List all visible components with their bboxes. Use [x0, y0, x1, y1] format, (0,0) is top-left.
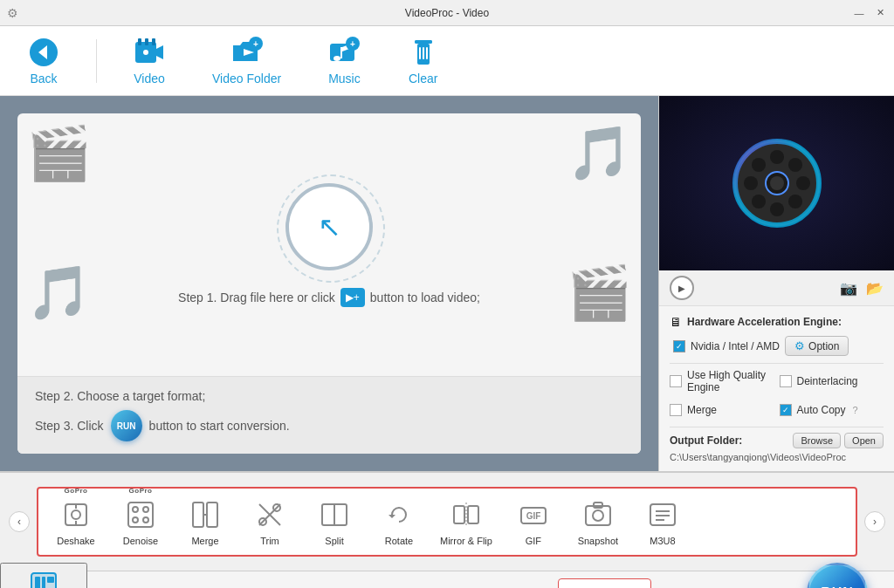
minimize-button[interactable]: —	[852, 6, 866, 20]
toolbox-label-gif: GIF	[526, 536, 541, 546]
svg-point-28	[770, 202, 784, 216]
music-button[interactable]: + Music	[318, 30, 371, 92]
auto-copy-row: ✓ Auto Copy ?	[780, 404, 884, 416]
toolbox-icon-m3u8	[645, 497, 680, 532]
output-folder-label: Output Folder:	[670, 434, 742, 447]
svg-point-32	[788, 195, 802, 209]
title-bar: ⚙ VideoProc - Video — ✕	[0, 0, 894, 26]
browse-button[interactable]: Browse	[793, 433, 841, 448]
toolbar: Back Video + Video Folder	[0, 26, 894, 96]
video-folder-label: Video Folder	[212, 72, 281, 85]
open-folder-icon[interactable]: 📂	[866, 280, 884, 297]
divider-2	[670, 427, 884, 427]
deinterlacing-label: Deinterlacing	[797, 375, 858, 387]
svg-text:+: +	[253, 39, 258, 49]
svg-rect-57	[468, 506, 478, 523]
svg-point-30	[796, 176, 810, 190]
toolbox-item-m3u8[interactable]: M3U8	[632, 494, 693, 550]
merge-checkbox[interactable]	[670, 404, 682, 416]
upload-arrow-icon: ↖	[318, 210, 341, 243]
video-button[interactable]: Video	[123, 30, 175, 92]
nvidia-checkbox[interactable]: ✓	[673, 340, 685, 352]
back-button[interactable]: Back	[17, 30, 70, 92]
svg-point-62	[593, 510, 603, 521]
camera-icon[interactable]: 📷	[840, 280, 857, 297]
play-button[interactable]: ▶	[670, 276, 694, 300]
svg-rect-70	[35, 577, 40, 588]
auto-copy-checkbox[interactable]: ✓	[780, 404, 792, 416]
svg-point-43	[143, 507, 148, 512]
open-button[interactable]: Open	[844, 433, 884, 448]
bottom-tabs: PopularVideoDeviceMusicToolbox	[87, 578, 781, 588]
right-panel: ▶ 📷 📂 🖥 Hardware Acceleration Engine: ✓ …	[658, 96, 894, 471]
toolbox-item-merge[interactable]: Merge	[175, 494, 236, 550]
clear-icon	[408, 37, 439, 68]
drop-zone-inner: 🎬 🎵 🎵 🎬 ↖ Step 1. Drag file here or clic…	[17, 113, 641, 454]
hw-accel-label: Hardware Acceleration Engine:	[687, 316, 842, 328]
toolbox-icon-merge	[188, 497, 223, 532]
film-decor-br: 🎬	[567, 262, 632, 324]
drop-circle[interactable]: ↖	[285, 183, 373, 270]
clear-label: Clear	[409, 72, 437, 85]
toolbox-label-mirror-flip: Mirror & Flip	[440, 536, 492, 546]
back-label: Back	[30, 72, 57, 85]
help-icon[interactable]: ?	[853, 405, 858, 415]
tab-popular[interactable]: Popular	[217, 579, 308, 588]
merge-row: Merge	[670, 404, 774, 416]
toolbox-item-denoise[interactable]: GoPro Denoise	[110, 494, 171, 550]
divider-1	[670, 363, 884, 364]
tab-toolbox[interactable]: Toolbox	[558, 578, 651, 588]
toolbox-item-mirror-flip[interactable]: Mirror & Flip	[433, 494, 499, 550]
film-decor-tr: 🎵	[567, 122, 632, 184]
toolbox-label-m3u8: M3U8	[650, 536, 675, 546]
tab-device[interactable]: Device	[389, 579, 477, 588]
svg-rect-20	[423, 47, 424, 59]
toolbox-icon-split	[317, 497, 352, 532]
toolbox-icon-denoise: GoPro	[123, 497, 158, 532]
back-icon	[28, 37, 59, 68]
toolbox-item-rotate[interactable]: Rotate	[368, 494, 430, 550]
scroll-right-button[interactable]: ›	[864, 511, 885, 532]
toolbox-icon-rotate	[382, 497, 416, 532]
step2-text: Step 2. Choose a target format;	[35, 389, 623, 403]
video-add-icon: ▶+	[340, 288, 365, 307]
toolbox-item-trim[interactable]: Trim	[239, 494, 300, 550]
high-quality-checkbox[interactable]	[670, 375, 682, 387]
toolbox-item-snapshot[interactable]: Snapshot	[567, 494, 629, 550]
option-button[interactable]: ⚙ Option	[785, 336, 849, 356]
toolbox-icon-trim	[252, 497, 287, 532]
video-icon	[134, 37, 165, 68]
preview-background	[659, 96, 894, 270]
step3-text: Step 3. Click RUN button to start conver…	[35, 410, 623, 441]
deinterlacing-row: Deinterlacing	[780, 369, 884, 393]
divider	[96, 39, 97, 83]
close-button[interactable]: ✕	[873, 6, 887, 20]
svg-rect-71	[42, 577, 45, 588]
settings-icon[interactable]: ⚙	[7, 6, 18, 20]
video-label: Video	[134, 72, 165, 85]
drop-zone-top: 🎬 🎵 🎵 🎬 ↖ Step 1. Drag file here or clic…	[17, 113, 641, 376]
toolbox-item-gif[interactable]: GIF GIF	[503, 494, 564, 550]
toolbox-item-split[interactable]: Split	[304, 494, 365, 550]
drop-zone[interactable]: 🎬 🎵 🎵 🎬 ↖ Step 1. Drag file here or clic…	[0, 96, 658, 471]
clear-button[interactable]: Clear	[397, 30, 450, 92]
video-folder-button[interactable]: + Video Folder	[202, 30, 292, 92]
svg-point-44	[133, 517, 138, 523]
window-controls: — ✕	[852, 6, 887, 20]
scroll-left-button[interactable]: ‹	[9, 511, 30, 532]
svg-rect-5	[145, 38, 148, 45]
toolbox-label-denoise: Denoise	[123, 536, 158, 546]
toolbox-strip: ‹ GoPro Deshake GoPro	[0, 473, 894, 571]
film-decor-tl: 🎬	[26, 122, 92, 184]
toolbox-label-merge: Merge	[191, 536, 218, 546]
auto-copy-label: Auto Copy	[797, 404, 846, 416]
toolbox-item-deshake[interactable]: GoPro Deshake	[45, 494, 107, 550]
preview-controls: ▶ 📷 📂	[659, 270, 894, 306]
tab-music[interactable]: Music	[476, 579, 558, 588]
svg-text:GIF: GIF	[526, 511, 541, 521]
toolbox-icon-mirror-flip	[449, 497, 484, 532]
deinterlacing-checkbox[interactable]	[780, 375, 792, 387]
toolbox-label-deshake: Deshake	[57, 536, 94, 546]
play-icon: ▶	[678, 284, 685, 293]
tab-video[interactable]: Video	[308, 579, 389, 588]
